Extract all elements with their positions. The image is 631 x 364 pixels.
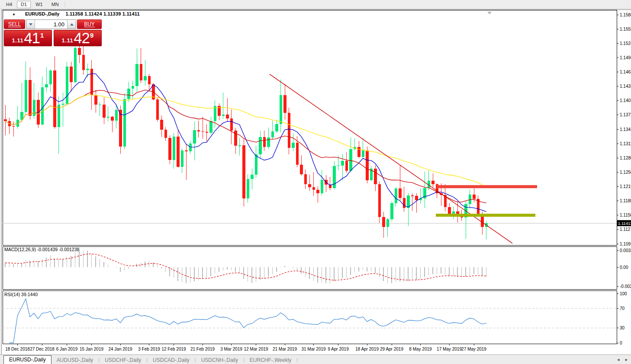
svg-text:31 Mar 2019: 31 Mar 2019: [301, 347, 326, 351]
shift-marker-icon: [487, 12, 492, 14]
svg-text:6 Jan 2019: 6 Jan 2019: [56, 347, 78, 351]
rsi-axis: 10070300: [617, 291, 627, 345]
rsi-panel: [3, 291, 617, 344]
svg-text:9 Apr 2019: 9 Apr 2019: [328, 347, 349, 351]
resistance-line[interactable]: [437, 185, 537, 188]
volume-spinner: [26, 19, 76, 29]
svg-text:1.10970: 1.10970: [620, 242, 631, 246]
svg-text:18 Dec 2018: 18 Dec 2018: [5, 347, 30, 351]
buy-price-sup: 9: [90, 32, 93, 39]
svg-text:1.13415: 1.13415: [620, 127, 631, 132]
svg-text:0.00328: 0.00328: [620, 248, 631, 253]
buy-price-small: 1.11: [62, 37, 74, 44]
chart-window: 1.158601.155501.152451.149401.146351.143…: [1, 10, 631, 355]
volume-decrease-button[interactable]: [26, 20, 35, 29]
volume-increase-button[interactable]: [67, 20, 76, 29]
svg-text:0.00: 0.00: [620, 265, 628, 270]
chart-tab-eurchf[interactable]: EURCHF-,Weekly: [245, 356, 296, 364]
chart-tab-audusd[interactable]: AUDUSD-,Daily: [52, 356, 99, 364]
timeframe-button-mn[interactable]: MN: [48, 1, 63, 8]
macd-axis: 0.003280.00-0.00365: [617, 248, 631, 289]
svg-text:3 Feb 2019: 3 Feb 2019: [138, 347, 160, 351]
svg-text:0: 0: [620, 341, 622, 345]
chart-tab-usdcad[interactable]: USDCAD-,Daily: [148, 356, 195, 364]
sell-price-small: 1.11: [12, 37, 24, 44]
svg-text:21 Mar 2019: 21 Mar 2019: [273, 347, 297, 351]
chart-ohlc-quote: 1.11358 1.11424 1.11339 1.11411: [65, 11, 139, 16]
chart-tab-eurusd[interactable]: EURUSD-,Daily: [3, 355, 52, 364]
svg-text:17 May 2019: 17 May 2019: [437, 347, 462, 351]
volume-input[interactable]: [35, 20, 67, 29]
svg-text:1.11885: 1.11885: [620, 198, 631, 203]
chevron-up-icon: [70, 23, 74, 26]
rsi-indicator-label: RSI(14) 39.1440: [4, 292, 38, 297]
tab-separator: |: [296, 357, 298, 362]
svg-text:1.11580: 1.11580: [620, 213, 631, 217]
svg-text:1.15550: 1.15550: [620, 27, 631, 32]
moving-average-50: [5, 95, 486, 188]
sell-price-sup: 1: [40, 32, 44, 39]
svg-text:70: 70: [620, 306, 625, 311]
svg-text:1.14940: 1.14940: [620, 55, 631, 60]
moving-average-8: [5, 73, 486, 211]
chevron-down-icon: [29, 23, 32, 26]
svg-text:15 Jan 2019: 15 Jan 2019: [80, 347, 103, 351]
toolbar-separator: [65, 1, 66, 8]
svg-text:24 Jan 2019: 24 Jan 2019: [108, 347, 132, 351]
sell-button[interactable]: SELL: [4, 19, 25, 29]
svg-text:1.13110: 1.13110: [620, 141, 631, 146]
svg-text:18 Apr 2019: 18 Apr 2019: [355, 347, 379, 351]
date-axis[interactable]: 18 Dec 201827 Dec 20186 Jan 201915 Jan 2…: [5, 344, 486, 351]
svg-text:12 Mar 2019: 12 Mar 2019: [244, 347, 268, 351]
price-axis[interactable]: 1.158601.155501.152451.149401.146351.143…: [617, 13, 631, 246]
svg-text:12 Feb 2019: 12 Feb 2019: [161, 347, 186, 351]
svg-text:30: 30: [620, 326, 625, 330]
svg-text:1.14635: 1.14635: [620, 70, 631, 74]
macd-histogram: [5, 251, 486, 284]
buy-button[interactable]: BUY: [77, 19, 102, 29]
chart-symbol-title: EURUSD-,Daily: [25, 11, 59, 16]
candlestick-series: [4, 36, 488, 239]
chart-canvas[interactable]: 1.158601.155501.152451.149401.146351.143…: [2, 10, 631, 355]
svg-text:1.11411: 1.11411: [618, 221, 631, 226]
svg-text:29 Apr 2019: 29 Apr 2019: [380, 347, 403, 351]
buy-price-display[interactable]: 1.11 42 9: [54, 30, 102, 46]
tabs-scroll-right-button[interactable]: ►: [625, 357, 628, 363]
svg-text:1.15860: 1.15860: [620, 13, 631, 17]
macd-indicator-label: MACD(12,26,9) -0.001439 -0.001238: [4, 247, 79, 252]
macd-signal-line: [5, 254, 486, 280]
chart-tab-usdcnh[interactable]: USDCNH-,Daily: [196, 356, 243, 364]
one-click-trading-panel: SELL BUY 1.11 41 1 1.11 42 9: [4, 19, 102, 46]
svg-text:21 Feb 2019: 21 Feb 2019: [190, 347, 215, 351]
tabs-scroll-left-button[interactable]: ◄: [616, 357, 620, 363]
svg-text:-0.00365: -0.00365: [620, 284, 631, 289]
svg-text:27 May 2019: 27 May 2019: [461, 347, 486, 351]
svg-text:1.14025: 1.14025: [620, 98, 631, 103]
timeframe-toolbar: H4D1W1MN: [0, 0, 631, 9]
moving-average-20: [5, 90, 486, 203]
svg-text:1.14330: 1.14330: [620, 84, 631, 89]
timeframe-button-h4[interactable]: H4: [2, 1, 16, 8]
chart-tab-bar: EURUSD-,DailyAUDUSD-,Daily|USDCHF-,Daily…: [0, 354, 631, 364]
sell-price-display[interactable]: 1.11 41 1: [4, 30, 52, 46]
svg-text:27 Dec 2018: 27 Dec 2018: [30, 347, 55, 351]
svg-text:1.12805: 1.12805: [620, 156, 631, 160]
sell-price-big: 41: [24, 31, 40, 45]
chart-tab-usdchf[interactable]: USDCHF-,Daily: [100, 356, 146, 364]
svg-text:1.13720: 1.13720: [620, 112, 631, 117]
svg-text:3 Mar 2019: 3 Mar 2019: [220, 347, 242, 351]
svg-text:100: 100: [620, 291, 627, 296]
svg-text:8 May 2019: 8 May 2019: [409, 347, 432, 351]
svg-text:1.12195: 1.12195: [620, 184, 631, 189]
rsi-line: [10, 299, 486, 343]
svg-text:1.12500: 1.12500: [620, 170, 631, 175]
collapse-triangle-icon[interactable]: ▲: [12, 12, 16, 16]
chart-title-bar: ▲ EURUSD-,Daily 1.11358 1.11424 1.11339 …: [12, 11, 140, 16]
support-line[interactable]: [436, 214, 535, 217]
timeframe-button-w1[interactable]: W1: [32, 1, 47, 8]
timeframe-button-d1[interactable]: D1: [17, 1, 31, 8]
svg-text:1.11275: 1.11275: [620, 227, 631, 232]
svg-text:1.15245: 1.15245: [620, 41, 631, 46]
buy-price-big: 42: [74, 31, 90, 45]
